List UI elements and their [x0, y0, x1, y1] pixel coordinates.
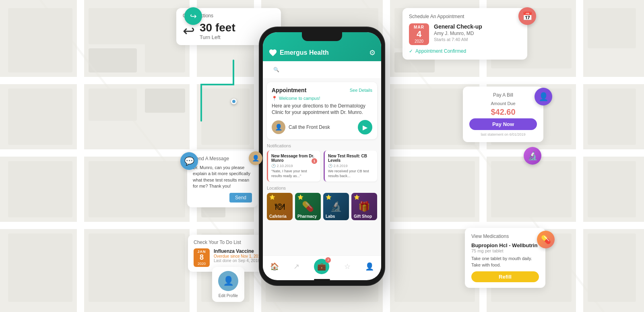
directions-text: Here are your directions to the Dermatol…	[272, 103, 372, 116]
svg-rect-33	[394, 161, 475, 217]
svg-rect-35	[588, 161, 636, 217]
pay-now-button[interactable]: Pay Now	[469, 118, 537, 130]
last-statement: last statement on 6/01/2019	[469, 132, 537, 136]
svg-rect-12	[89, 48, 137, 72]
location-cafeteria[interactable]: 🍽 ⭐ Cafeteria	[267, 193, 293, 220]
todo-year: 2020	[195, 262, 208, 266]
labs-icon[interactable]: 🔬	[524, 147, 541, 165]
svg-rect-23	[201, 89, 250, 145]
notif-test-title: New Test Result: CB Levels	[328, 154, 374, 163]
medications-card: View Medications Bupropion Hcl - Wellbut…	[465, 228, 545, 288]
forward-button[interactable]: ▶	[358, 120, 372, 134]
schedule-icon[interactable]: 📅	[518, 7, 536, 25]
notif-test-time: 🕐 2.8.2019	[328, 164, 374, 168]
notif-test-preview: We received your CB test results back...	[328, 169, 374, 178]
svg-rect-19	[588, 8, 636, 48]
med-instructions: Take one tablet by mouth daily. Take wit…	[471, 256, 539, 268]
todo-day: 8	[195, 254, 208, 262]
svg-rect-20	[8, 89, 72, 145]
notification-message[interactable]: New Message from Dr. Munro 1 🕐 2.10.2019…	[267, 151, 320, 182]
nav-favorites[interactable]: ☆	[344, 262, 351, 271]
svg-rect-11	[89, 8, 185, 44]
location-giftshop-label: Gift Shop	[354, 214, 375, 219]
nav-briefcase[interactable]: 💼 2	[314, 259, 329, 274]
appointment-title: Appointment	[272, 87, 306, 93]
svg-rect-10	[8, 8, 72, 72]
clock-icon: 🕐	[271, 164, 276, 168]
med-dosage: 75 mg per tablet	[471, 248, 539, 253]
appt-time: Starts at 7:40 AM	[434, 37, 482, 42]
pin-icon: 📍	[272, 96, 277, 101]
nav-badge: 2	[325, 257, 331, 263]
search-icon: 🔍	[273, 67, 279, 72]
home-indicator	[314, 279, 330, 280]
send-button[interactable]: Send	[229, 193, 252, 202]
med-name: Bupropion Hcl - Wellbutrin	[471, 242, 539, 248]
appointment-section: Appointment See Details 📍 Welcome to cam…	[267, 82, 377, 140]
location-pharmacy[interactable]: 💊 ⭐ Pharmacy	[295, 193, 321, 220]
appt-title: General Check-up	[434, 23, 482, 30]
amount-due-label: Amount Due	[469, 101, 537, 106]
todo-date: JAN 8 2020	[194, 248, 210, 267]
schedule-card: Schedule An Appointment MAR 4 2020 Gener…	[402, 8, 527, 60]
settings-icon[interactable]: ⚙	[369, 48, 376, 57]
todo-item: JAN 8 2020 Influenza Vaccine Overdue sin…	[194, 248, 263, 267]
svg-rect-40	[394, 233, 475, 302]
phone-notch	[302, 32, 342, 41]
notif-badge: 1	[312, 158, 317, 164]
pay-bill-icon[interactable]: 👤	[535, 88, 552, 105]
location-dot	[231, 99, 237, 104]
amount-value: $42.60	[469, 107, 537, 117]
svg-rect-13	[145, 40, 185, 72]
call-front-desk: 👤 Call the Front Desk ▶	[272, 120, 372, 134]
schedule-label: Schedule An Appointment	[409, 14, 521, 19]
svg-rect-42	[588, 233, 636, 302]
get-directions-icon[interactable]: ↪	[184, 7, 202, 25]
locations-grid: 🍽 ⭐ Cafeteria 💊 ⭐ Pharmacy	[267, 193, 377, 220]
app-content[interactable]: Appointment See Details 📍 Welcome to cam…	[263, 78, 381, 255]
location-cafeteria-label: Cafeteria	[269, 214, 290, 219]
search-placeholder: Search for a location	[283, 67, 327, 72]
welcome-text: 📍 Welcome to campus!	[272, 96, 372, 101]
medications-icon[interactable]: 💊	[537, 231, 555, 248]
todo-item-title: Influenza Vaccine	[214, 248, 262, 254]
refill-button[interactable]: Refill	[471, 271, 539, 282]
pay-bill-label: Pay A Bill	[469, 92, 537, 98]
edit-profile-label: Edit Profile	[216, 293, 240, 298]
locations-section: Locations 🍽 ⭐ Cafeteria 💊 ⭐ Pharmacy	[267, 186, 377, 220]
send-message-icon[interactable]: 💬	[180, 152, 198, 170]
schedule-content: MAR 4 2020 General Check-up Amy J. Munro…	[409, 23, 521, 45]
todo-overdue: Overdue since Nov 1, 2019	[214, 254, 262, 258]
clock-icon-2: 🕐	[328, 164, 332, 168]
todo-label: Check Your To Do List	[194, 240, 263, 245]
profile-avatar: 👤	[218, 271, 238, 291]
location-giftshop[interactable]: 🎁 ⭐ Gift Shop	[351, 193, 377, 220]
phone-screen: Emergus Health ⚙ 🔍 Search for a location…	[263, 32, 381, 280]
svg-rect-36	[8, 233, 72, 302]
turn-arrow-icon: ↩	[183, 23, 195, 39]
star-cafeteria: ⭐	[269, 194, 275, 200]
phone-mockup: Emergus Health ⚙ 🔍 Search for a location…	[260, 27, 384, 285]
schedule-info: General Check-up Amy J. Munro, MD Starts…	[434, 23, 482, 42]
nav-profile[interactable]: 👤	[365, 262, 374, 271]
location-labs[interactable]: 🔬 ⭐ Labs	[323, 193, 349, 220]
notification-test-result[interactable]: New Test Result: CB Levels 🕐 2.8.2019 We…	[324, 151, 377, 182]
nav-home[interactable]: 🏠	[270, 262, 279, 271]
svg-rect-27	[588, 89, 636, 145]
schedule-year: 2020	[411, 39, 427, 43]
send-message-label: Send A Message	[193, 156, 252, 161]
nav-share[interactable]: ↗	[293, 262, 299, 271]
star-labs: ⭐	[326, 194, 332, 200]
todo-last-done: Last done on Sep 4, 2018	[214, 258, 262, 263]
svg-rect-37	[89, 233, 185, 302]
see-details-link[interactable]: See Details	[350, 88, 372, 93]
star-giftshop: ⭐	[354, 194, 360, 200]
notifications-header: Notifications	[267, 143, 377, 148]
svg-rect-22	[145, 89, 185, 113]
appt-doctor: Amy J. Munro, MD	[434, 31, 482, 36]
search-bar[interactable]: 🔍 Search for a location	[268, 64, 376, 75]
call-text: Call the Front Desk	[289, 124, 330, 130]
check-icon: ✓	[409, 48, 413, 54]
star-pharmacy: ⭐	[297, 194, 303, 200]
bottom-nav: 🏠 ↗ 💼 2 ☆ 👤	[263, 255, 381, 277]
